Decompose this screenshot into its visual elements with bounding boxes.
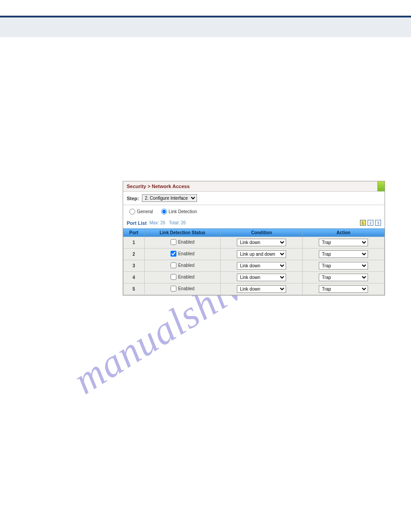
col-status: Link Detection Status — [144, 229, 221, 237]
col-condition: Condition — [221, 229, 303, 237]
pager-page-3[interactable]: 3 — [375, 220, 381, 226]
col-port: Port — [124, 229, 145, 237]
step-row: Step: 2. Configure Interface — [123, 192, 385, 205]
enabled-label: Enabled — [178, 240, 195, 245]
table-row: 2 Enabled Link up and down Trap — [124, 249, 385, 260]
status-cell: Enabled — [144, 249, 221, 260]
tab-link-detection[interactable]: Link Detection — [161, 209, 197, 215]
table-row: 3 Enabled Link down Trap — [124, 260, 385, 272]
action-cell: Trap — [303, 283, 385, 295]
port-cell: 5 — [124, 283, 145, 295]
action-cell: Trap — [303, 249, 385, 260]
port-cell: 3 — [124, 260, 145, 272]
action-cell: Trap — [303, 272, 385, 283]
col-action: Action — [303, 229, 385, 237]
enabled-checkbox[interactable] — [171, 274, 176, 280]
port-table-body: 1 Enabled Link down Trap — [124, 237, 385, 295]
port-list-max: Max: 26 — [150, 220, 166, 225]
table-row: 1 Enabled Link down Trap — [124, 237, 385, 249]
port-table: Port Link Detection Status Condition Act… — [123, 228, 385, 295]
status-cell: Enabled — [144, 272, 221, 283]
action-select[interactable]: Trap — [319, 285, 368, 293]
network-access-panel: Security > Network Access Step: 2. Confi… — [123, 181, 385, 296]
port-list-total: Total: 26 — [169, 220, 186, 225]
radio-link-detection[interactable] — [161, 209, 167, 215]
action-cell: Trap — [303, 237, 385, 249]
condition-select[interactable]: Link up and down — [237, 250, 286, 258]
condition-cell: Link up and down — [221, 249, 303, 260]
port-list-title: Port List — [127, 220, 147, 226]
condition-cell: Link down — [221, 237, 303, 249]
table-row: 5 Enabled Link down Trap — [124, 283, 385, 295]
tab-general[interactable]: General — [129, 209, 153, 215]
enabled-checkbox[interactable] — [171, 251, 176, 257]
tab-link-detection-label: Link Detection — [169, 209, 197, 214]
radio-general[interactable] — [129, 209, 135, 215]
pager-page-1[interactable]: 1 — [360, 220, 366, 226]
action-cell: Trap — [303, 260, 385, 272]
port-cell: 4 — [124, 272, 145, 283]
table-header-row: Port Link Detection Status Condition Act… — [124, 229, 385, 237]
condition-cell: Link down — [221, 283, 303, 295]
tab-general-label: General — [137, 209, 153, 214]
port-list-header: Port List Max: 26 Total: 26 1 2 3 — [123, 218, 385, 228]
condition-cell: Link down — [221, 260, 303, 272]
breadcrumb-text: Security > Network Access — [127, 184, 190, 189]
condition-select[interactable]: Link down — [237, 274, 286, 281]
enabled-label: Enabled — [178, 286, 195, 291]
port-cell: 2 — [124, 249, 145, 260]
condition-select[interactable]: Link down — [237, 262, 286, 270]
status-cell: Enabled — [144, 237, 221, 249]
status-cell: Enabled — [144, 260, 221, 272]
condition-select[interactable]: Link down — [237, 239, 286, 246]
condition-select[interactable]: Link down — [237, 285, 286, 293]
enabled-label: Enabled — [178, 263, 195, 268]
pager-page-2[interactable]: 2 — [368, 220, 373, 226]
enabled-label: Enabled — [178, 275, 195, 279]
enabled-checkbox[interactable] — [171, 262, 176, 268]
action-select[interactable]: Trap — [319, 239, 368, 246]
step-label: Step: — [127, 196, 139, 201]
port-cell: 1 — [124, 237, 145, 249]
pager: 1 2 3 — [360, 220, 381, 226]
page-top-band — [0, 17, 411, 37]
table-row: 4 Enabled Link down Trap — [124, 272, 385, 283]
enabled-checkbox[interactable] — [171, 239, 176, 245]
action-select[interactable]: Trap — [319, 274, 368, 281]
enabled-label: Enabled — [178, 251, 195, 256]
enabled-checkbox[interactable] — [171, 286, 176, 292]
condition-cell: Link down — [221, 272, 303, 283]
status-cell: Enabled — [144, 283, 221, 295]
view-tab-row: General Link Detection — [123, 205, 385, 218]
action-select[interactable]: Trap — [319, 262, 368, 270]
breadcrumb: Security > Network Access — [123, 181, 385, 192]
action-select[interactable]: Trap — [319, 250, 368, 258]
step-select[interactable]: 2. Configure Interface — [142, 194, 197, 202]
help-button[interactable] — [377, 181, 385, 191]
